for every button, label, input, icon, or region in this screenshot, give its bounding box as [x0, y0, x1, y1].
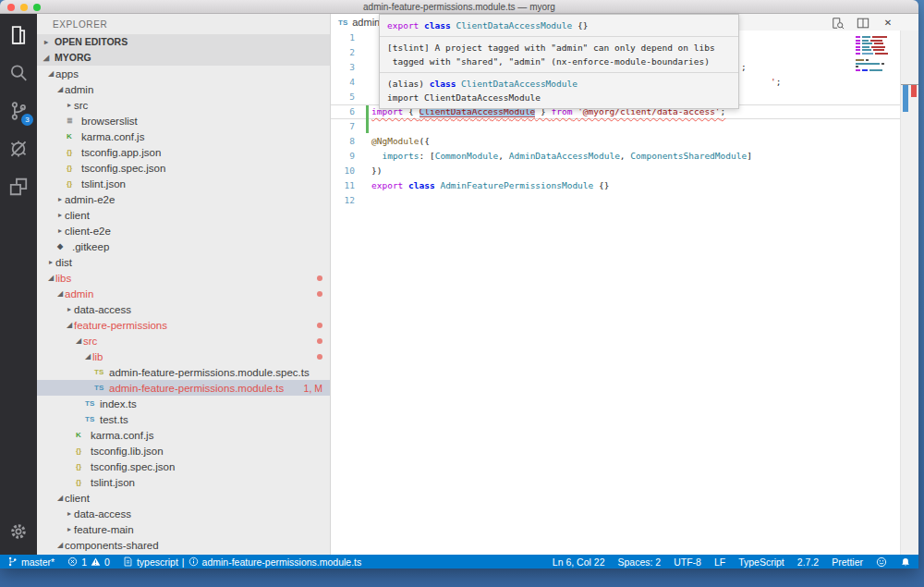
minimap[interactable] — [856, 36, 896, 73]
tree-item-admin[interactable]: ◢admin — [37, 81, 330, 97]
tree-item-tsconfig-spec-json[interactable]: {}tsconfig.spec.json — [37, 459, 330, 474]
settings-gear-icon[interactable] — [6, 520, 30, 544]
notifications-bell-icon[interactable] — [900, 556, 911, 568]
tree-item-apps[interactable]: ◢apps — [37, 66, 330, 81]
tree-item-karma-conf-js[interactable]: Kkarma.conf.js — [37, 128, 330, 144]
code-line-10[interactable]: 10}) — [331, 164, 900, 178]
minimap-chip — [875, 53, 888, 55]
minimap-line — [856, 36, 896, 38]
search-icon[interactable] — [6, 61, 30, 85]
explorer-icon[interactable] — [6, 23, 30, 47]
tooltip-lint-message: [tslint] A project tagged with "admin" c… — [380, 37, 738, 72]
minimap-line — [856, 56, 896, 58]
status-item-spaces-2[interactable]: Spaces: 2 — [617, 556, 661, 568]
code-token: @NgModule — [371, 136, 419, 146]
karma-file-icon: K — [76, 431, 91, 439]
git-status-badge: 1, M — [304, 383, 322, 394]
titlebar[interactable]: admin-feature-permissions.module.ts — my… — [0, 0, 918, 14]
status-item-utf-8[interactable]: UTF-8 — [674, 556, 701, 568]
status-item-lf[interactable]: LF — [714, 556, 725, 568]
code-line-9[interactable]: 9 imports: [CommonModule, AdminDataAcces… — [331, 149, 900, 164]
status-item-typescript[interactable]: TypeScript — [738, 556, 784, 568]
tree-item-label: client — [65, 493, 90, 504]
minimap-line — [856, 69, 896, 71]
tree-item-admin[interactable]: ◢admin — [37, 286, 330, 301]
modified-lines-gutter-bar — [366, 105, 369, 133]
tree-item-client[interactable]: ▸client — [37, 207, 330, 223]
open-editors-section[interactable]: ▸ OPEN EDITORS — [37, 34, 330, 50]
root-folder-section[interactable]: ◢ MYORG — [37, 50, 330, 66]
tree-item-tslint-json[interactable]: {}tslint.json — [37, 474, 330, 490]
code-line-text: export class AdminFeaturePermissionsModu… — [362, 178, 609, 193]
code-token: }) — [371, 165, 382, 176]
debug-icon[interactable] — [6, 137, 30, 161]
minimap-chip — [856, 53, 860, 55]
tree-item-src[interactable]: ◢src — [37, 333, 330, 349]
branch-name: master* — [21, 556, 55, 568]
code-area[interactable]: 123456import { ClientDataAccessModule } … — [331, 31, 900, 555]
tree-item-tsconfig-app-json[interactable]: {}tsconfig.app.json — [37, 144, 330, 160]
karma-file-icon: K — [67, 132, 81, 141]
tree-item-karma-conf-js[interactable]: Kkarma.conf.js — [37, 427, 330, 443]
tree-item-admin-feature-permissions-module-spec-ts[interactable]: TSadmin-feature-permissions.module.spec.… — [37, 364, 330, 380]
extensions-icon[interactable] — [6, 175, 30, 199]
tree-item-admin-feature-permissions-module-ts[interactable]: TSadmin-feature-permissions.module.ts1, … — [37, 380, 330, 396]
close-window-button[interactable] — [7, 4, 15, 11]
code-line-7[interactable]: 7 — [331, 119, 900, 134]
chevron-right-icon: ▸ — [65, 101, 74, 109]
tree-item-browserslist[interactable]: ≣browserslist — [37, 113, 330, 128]
code-token: ] — [747, 151, 752, 161]
overview-ruler[interactable] — [900, 31, 918, 555]
status-bar: master* 1 0 typescript | admin-feature-p… — [0, 555, 918, 569]
lint-message-line: [tslint] A project tagged with "admin" c… — [387, 41, 731, 55]
tree-item-tsconfig-lib-json[interactable]: {}tsconfig.lib.json — [37, 443, 330, 459]
tree-item-tsconfig-spec-json[interactable]: {}tsconfig.spec.json — [37, 160, 330, 176]
status-item-2-7-2[interactable]: 2.7.2 — [797, 556, 819, 568]
code-line-8[interactable]: 8@NgModule({ — [331, 134, 900, 149]
line-number: 2 — [331, 45, 362, 60]
code-token: class — [430, 79, 456, 89]
tree-item-index-ts[interactable]: TSindex.ts — [37, 396, 330, 411]
tree-item-client[interactable]: ◢client — [37, 490, 330, 506]
tree-item-dist[interactable]: ▸dist — [37, 254, 330, 270]
minimize-window-button[interactable] — [20, 4, 28, 11]
status-item-prettier[interactable]: Prettier — [832, 556, 863, 568]
tree-item-label: client-e2e — [65, 226, 111, 237]
tree-item-data-access[interactable]: ▸data-access — [37, 301, 330, 317]
tree-item-libs[interactable]: ◢libs — [37, 270, 330, 286]
problems-item[interactable]: 1 0 — [67, 556, 110, 568]
tree-item-lib[interactable]: ◢lib — [37, 349, 330, 364]
close-tab-icon[interactable]: ✕ — [881, 17, 894, 29]
tree-item-gitkeep[interactable]: ◆.gitkeep — [37, 238, 330, 254]
tree-item-admin-e2e[interactable]: ▸admin-e2e — [37, 191, 330, 207]
tree-item-feature-main[interactable]: ▸feature-main — [37, 521, 330, 537]
git-branch-item[interactable]: master* — [7, 556, 55, 568]
split-editor-icon[interactable] — [857, 17, 869, 29]
linter-status-item[interactable]: typescript | admin-feature-permissions.m… — [123, 556, 361, 568]
file-tree: ◢apps◢admin▸src≣browserslistKkarma.conf.… — [37, 66, 330, 555]
feedback-smiley-icon[interactable] — [876, 556, 887, 568]
hover-tooltip[interactable]: export class ClientDataAccessModule {} [… — [379, 14, 739, 109]
tree-item-label: tslint.json — [81, 178, 126, 190]
tree-item-feature-permissions[interactable]: ◢feature-permissions — [37, 317, 330, 333]
line-number: 9 — [331, 149, 362, 164]
code-line-12[interactable]: 12 — [331, 193, 900, 208]
zoom-window-button[interactable] — [33, 4, 41, 11]
tree-item-label: tslint.json — [91, 477, 135, 488]
tree-item-client-e2e[interactable]: ▸client-e2e — [37, 223, 330, 238]
minimap-chip — [870, 40, 882, 42]
minimap-chip — [862, 40, 869, 42]
json-file-icon: {} — [76, 446, 91, 455]
tree-item-src[interactable]: ▸src — [37, 553, 330, 555]
status-item-ln-6-col-22[interactable]: Ln 6, Col 22 — [553, 556, 605, 568]
tree-item-tslint-json[interactable]: {}tslint.json — [37, 176, 330, 191]
line-number: 6 — [331, 104, 362, 119]
code-line-11[interactable]: 11export class AdminFeaturePermissionsMo… — [331, 178, 900, 193]
code-token: ; — [776, 77, 782, 87]
tree-item-data-access[interactable]: ▸data-access — [37, 506, 330, 521]
tree-item-components-shared[interactable]: ◢components-shared — [37, 537, 330, 553]
tree-item-src[interactable]: ▸src — [37, 97, 330, 113]
tree-item-test-ts[interactable]: TStest.ts — [37, 411, 330, 427]
open-changes-icon[interactable] — [832, 17, 845, 29]
source-control-icon[interactable]: 3 — [6, 99, 30, 123]
